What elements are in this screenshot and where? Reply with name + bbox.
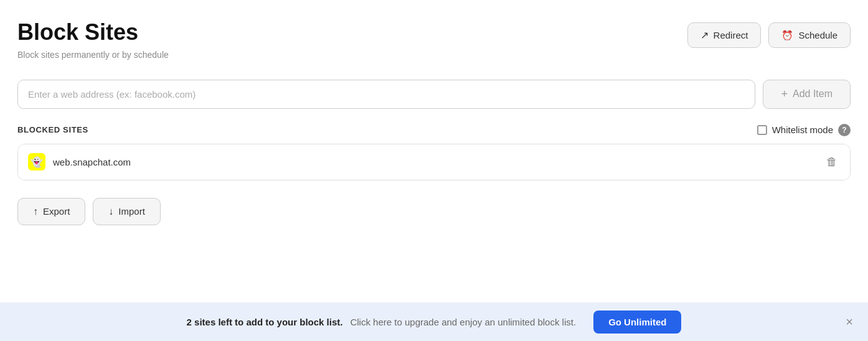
schedule-icon xyxy=(781,30,793,41)
page-header: Block Sites Block sites permanently or b… xyxy=(17,20,851,60)
import-button[interactable]: Import xyxy=(93,198,161,225)
delete-button[interactable]: 🗑 xyxy=(824,153,840,171)
main-content: Block Sites Block sites permanently or b… xyxy=(0,0,868,225)
input-row: Add Item xyxy=(17,80,851,109)
header-left: Block Sites Block sites permanently or b… xyxy=(17,20,169,60)
schedule-label: Schedule xyxy=(798,30,837,40)
blocked-sites-section: BLOCKED SITES Whitelist mode ? 👻 web.sna… xyxy=(17,124,851,180)
page-title: Block Sites xyxy=(17,20,169,45)
help-icon[interactable]: ? xyxy=(838,124,851,136)
header-actions: Redirect Schedule xyxy=(687,22,851,48)
import-icon xyxy=(108,206,113,217)
snapchat-ghost-icon: 👻 xyxy=(31,156,43,168)
plus-icon xyxy=(781,88,788,101)
export-button[interactable]: Export xyxy=(17,198,85,225)
redirect-button[interactable]: Redirect xyxy=(687,22,762,48)
blocked-list: 👻 web.snapchat.com 🗑 xyxy=(17,144,851,180)
import-label: Import xyxy=(118,206,145,217)
banner-light-text: Click here to upgrade and enjoy an unlim… xyxy=(350,317,576,327)
add-item-button[interactable]: Add Item xyxy=(763,80,851,109)
action-buttons: Export Import xyxy=(17,198,851,225)
export-label: Export xyxy=(43,206,70,217)
schedule-button[interactable]: Schedule xyxy=(768,22,851,48)
table-row: 👻 web.snapchat.com 🗑 xyxy=(18,144,850,180)
banner-close-button[interactable]: × xyxy=(846,315,853,328)
blocked-sites-label: BLOCKED SITES xyxy=(17,125,88,134)
redirect-label: Redirect xyxy=(714,30,748,40)
trash-icon: 🗑 xyxy=(826,156,837,169)
blocked-sites-header: BLOCKED SITES Whitelist mode ? xyxy=(17,124,851,136)
site-url: web.snapchat.com xyxy=(53,157,816,167)
site-favicon: 👻 xyxy=(28,153,45,170)
bottom-banner: 2 sites left to add to your block list. … xyxy=(0,302,868,341)
page-subtitle: Block sites permanently or by schedule xyxy=(17,50,169,60)
whitelist-checkbox[interactable] xyxy=(757,125,767,135)
whitelist-label: Whitelist mode xyxy=(772,124,833,135)
banner-bold-text: 2 sites left to add to your block list. xyxy=(187,317,343,327)
whitelist-mode-area: Whitelist mode ? xyxy=(757,124,851,136)
go-unlimited-button[interactable]: Go Unlimited xyxy=(593,311,681,334)
redirect-icon xyxy=(701,29,709,41)
add-item-label: Add Item xyxy=(793,88,833,100)
web-address-input[interactable] xyxy=(17,80,755,109)
export-icon xyxy=(33,206,38,217)
